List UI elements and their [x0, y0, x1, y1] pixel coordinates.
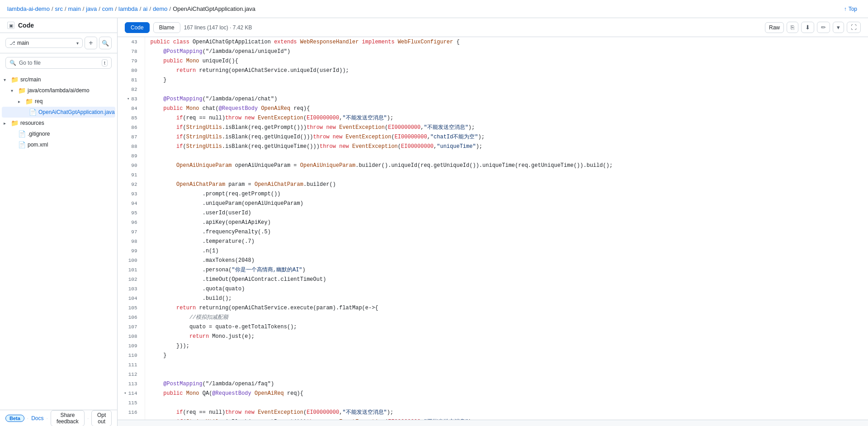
line-number: 103	[118, 284, 145, 293]
line-code: return Mono.just(e);	[145, 331, 868, 341]
line-number: 78	[118, 47, 145, 56]
top-label: Top	[849, 6, 857, 12]
breadcrumb-lambda[interactable]: lambda	[118, 5, 138, 12]
line-number: 88	[118, 142, 145, 151]
line-code: .persona("你是一个高情商,幽默的AI")	[145, 265, 868, 275]
line-row: 111	[118, 360, 868, 369]
line-code: public Mono chat(@RequestBody OpenAiReq …	[145, 104, 868, 113]
tree-label: java/com/lambda/ai/demo	[28, 87, 90, 94]
search-button[interactable]: 🔍	[99, 37, 112, 49]
line-code	[145, 151, 868, 161]
tree-item-pom[interactable]: 📄 pom.xml	[0, 139, 117, 150]
breadcrumb-java[interactable]: java	[86, 5, 97, 12]
line-row: 79 public Mono uniqueId(){	[118, 56, 868, 66]
add-file-button[interactable]: +	[85, 37, 97, 49]
line-row: 88 if(StringUtils.isBlank(req.getUniqueT…	[118, 142, 868, 151]
line-code: if(req == null)throw new EventException(…	[145, 113, 868, 123]
go-to-file[interactable]: 🔍 Go to file t	[5, 57, 112, 69]
line-row: 112	[118, 369, 868, 379]
line-row: 89	[118, 151, 868, 161]
horizontal-scrollbar[interactable]	[118, 420, 868, 426]
folder-icon: 📁	[11, 76, 19, 83]
line-number: 90	[118, 161, 145, 170]
expand-button[interactable]: ⛶	[847, 22, 861, 33]
bottom-sep: ·	[27, 415, 28, 421]
bottom-bar: Beta · Docs · Share feedback · Opt out	[0, 410, 117, 426]
blame-tab[interactable]: Blame	[153, 22, 180, 33]
line-number: 113	[118, 379, 145, 388]
line-number: 81	[118, 75, 145, 85]
top-button[interactable]: ↑ Top	[840, 4, 861, 14]
docs-link[interactable]: Docs	[31, 415, 43, 421]
line-row: 91	[118, 170, 868, 180]
file-tree: ▾ 📁 src/main ▾ 📁 java/com/lambda/ai/demo…	[0, 72, 117, 410]
feedback-button[interactable]: Share feedback	[51, 410, 85, 426]
breadcrumb-src[interactable]: src	[55, 5, 63, 12]
line-row: 103 .quota(quato)	[118, 284, 868, 293]
line-row: 96 .apiKey(openAiApiKey)	[118, 218, 868, 227]
code-view[interactable]: 43public class OpenAiChatGptApplication …	[118, 37, 868, 420]
more-options-button[interactable]: ▾	[833, 22, 844, 33]
line-row: 81 }	[118, 75, 868, 85]
line-number: 112	[118, 369, 145, 379]
breadcrumb-com[interactable]: com	[102, 5, 113, 12]
line-row: 80 return returning(openAiChatService.un…	[118, 66, 868, 75]
line-number: 115	[118, 398, 145, 407]
line-number: 86	[118, 123, 145, 132]
download-button[interactable]: ⬇	[801, 22, 814, 33]
line-row: 113 @PostMapping("/lambda/openai/faq")	[118, 379, 868, 388]
line-row: 95 .userId(userId)	[118, 208, 868, 218]
line-code: return returning(openAiChatService.uniqu…	[145, 66, 868, 75]
line-code: .build();	[145, 293, 868, 303]
edit-button[interactable]: ✏	[817, 22, 830, 33]
toolbar-left: Code Blame 167 lines (147 loc) · 7.42 KB	[125, 22, 252, 33]
line-code: if(StringUtils.isBlank(req.getUniqueId()…	[145, 132, 868, 142]
breadcrumb-ai[interactable]: ai	[143, 5, 147, 12]
line-code: //模拟扣减配额	[145, 312, 868, 322]
line-number: 80	[118, 66, 145, 75]
line-number: 107	[118, 322, 145, 331]
tree-item-gitignore[interactable]: 📄 .gitignore	[0, 128, 117, 139]
breadcrumb-repo[interactable]: lambda-ai-demo	[7, 5, 50, 12]
line-row: 101 .persona("你是一个高情商,幽默的AI")	[118, 265, 868, 275]
arrow-up-icon: ↑	[844, 6, 847, 12]
line-code: if(StringUtils.isBlank(req.getPrompt()))…	[145, 123, 868, 132]
expand-line-icon[interactable]: ▾	[124, 389, 126, 398]
line-row: 97 .frequencyPenalty(.5)	[118, 227, 868, 237]
breadcrumb-main[interactable]: main	[68, 5, 81, 12]
line-number: 43	[118, 37, 145, 47]
line-number: 87	[118, 132, 145, 142]
tree-item-req[interactable]: ▸ 📁 req	[0, 96, 117, 107]
line-code	[145, 369, 868, 379]
sidebar-collapse-icon[interactable]: ▣	[7, 22, 14, 29]
copy-button[interactable]: ⎘	[787, 22, 798, 33]
line-number: 100	[118, 256, 145, 265]
branch-selector[interactable]: ⎇ main ▾	[5, 38, 83, 48]
line-number: 93	[118, 189, 145, 199]
tree-label: resources	[20, 120, 44, 126]
line-code: if(StringUtils.isBlank(req.getUniqueTime…	[145, 142, 868, 151]
opt-out-button[interactable]: Opt out	[91, 410, 112, 426]
line-code: return returning(openAiChatService.execu…	[145, 303, 868, 312]
line-code: public class OpenAiChatGptApplication ex…	[145, 37, 868, 47]
raw-button[interactable]: Raw	[765, 22, 784, 33]
line-code	[145, 398, 868, 407]
line-row: 100 .maxTokens(2048)	[118, 256, 868, 265]
line-row: 87 if(StringUtils.isBlank(req.getUniqueI…	[118, 132, 868, 142]
file-icon: 📄	[18, 141, 26, 148]
tree-item-application-file[interactable]: 📄 OpenAiChatGptApplication.java	[2, 107, 115, 118]
line-row: 99 .n(1)	[118, 246, 868, 256]
line-number: 96	[118, 218, 145, 227]
tree-item-resources[interactable]: ▸ 📁 resources	[0, 118, 117, 128]
code-tab[interactable]: Code	[125, 22, 150, 33]
line-number: 101	[118, 265, 145, 275]
tree-item-java-lambda[interactable]: ▾ 📁 java/com/lambda/ai/demo	[0, 85, 117, 96]
breadcrumb-demo[interactable]: demo	[153, 5, 168, 12]
tree-item-src-main[interactable]: ▾ 📁 src/main	[0, 74, 117, 85]
expand-line-icon[interactable]: ▾	[127, 95, 129, 104]
line-code: .apiKey(openAiApiKey)	[145, 218, 868, 227]
line-row: 43public class OpenAiChatGptApplication …	[118, 37, 868, 47]
line-code: .uniqueParam(openAiUniqueParam)	[145, 199, 868, 208]
line-row: 115	[118, 398, 868, 407]
line-row: 106 //模拟扣减配额	[118, 312, 868, 322]
